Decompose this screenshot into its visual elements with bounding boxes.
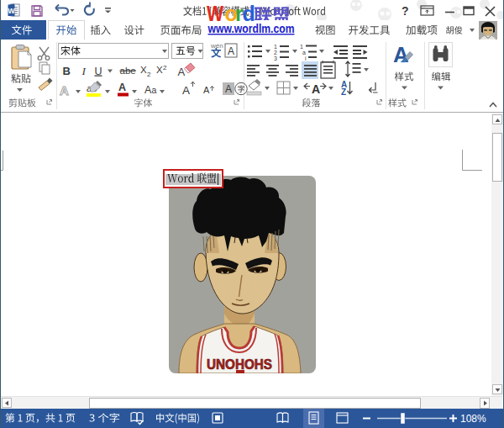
svg-text:www.wordlm.com: www.wordlm.com <box>207 22 295 35</box>
